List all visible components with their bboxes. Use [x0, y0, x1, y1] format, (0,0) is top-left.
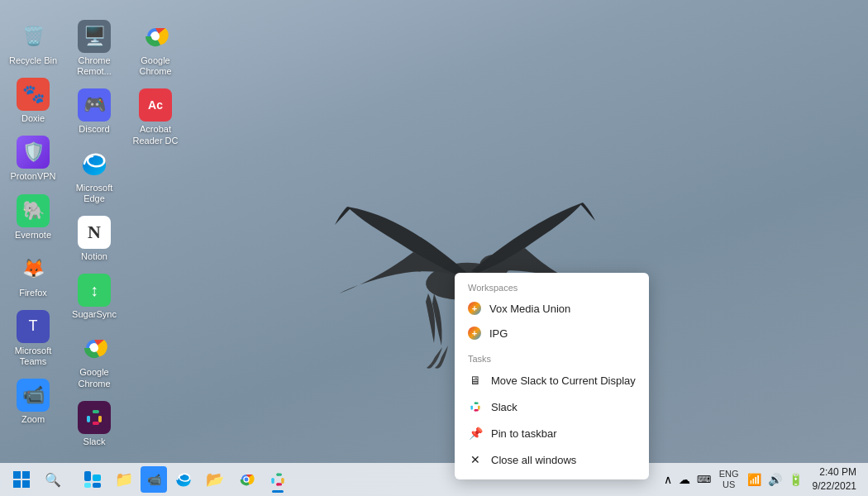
- svg-point-18: [151, 32, 160, 41]
- edge-icon: [78, 147, 111, 180]
- svg-point-14: [93, 422, 96, 425]
- svg-point-38: [245, 478, 249, 482]
- tray-keyboard[interactable]: ⌨: [695, 474, 713, 485]
- close-windows-item[interactable]: ✕ Close all windows: [455, 446, 649, 473]
- tray-chevron[interactable]: ∧: [662, 473, 674, 486]
- svg-rect-32: [93, 475, 101, 481]
- svg-point-45: [281, 478, 284, 480]
- taskbar: 🔍 📁 📹 📂: [0, 463, 868, 496]
- taskbar-app-zoom[interactable]: 📹: [141, 466, 167, 493]
- slack-label: Slack: [83, 436, 106, 447]
- taskbar-app-widgets[interactable]: [78, 465, 107, 494]
- edge-label: Microsoft Edge: [67, 183, 122, 204]
- chrome-remote-label: Chrome Remot...: [67, 55, 122, 77]
- sugarsync-label: SugarSync: [72, 309, 117, 320]
- clock-date: 9/22/2021: [813, 479, 856, 494]
- svg-point-24: [475, 402, 476, 403]
- svg-rect-31: [84, 471, 91, 481]
- region-text: US: [719, 479, 739, 490]
- firefox-icon: 🦊: [17, 252, 50, 285]
- evernote-label: Evernote: [15, 230, 51, 241]
- svg-point-43: [271, 478, 274, 480]
- doxie-icon: 🐾: [17, 78, 50, 111]
- pin-taskbar-item[interactable]: 📌 Pin to taskbar: [455, 420, 649, 446]
- workspace-vox-media[interactable]: + Vox Media Union: [455, 296, 649, 321]
- desktop-icon-teams[interactable]: T Microsoft Teams: [4, 307, 62, 370]
- taskbar-start-area: 🔍: [0, 463, 74, 496]
- svg-point-11: [87, 416, 90, 419]
- tray-onedrive[interactable]: ☁: [677, 473, 692, 486]
- desktop-icon-firefox[interactable]: 🦊 Firefox: [4, 249, 62, 302]
- doxie-label: Doxie: [21, 113, 45, 124]
- svg-rect-27: [13, 471, 21, 479]
- svg-point-6: [90, 344, 98, 352]
- notion-icon: N: [78, 216, 111, 249]
- vox-media-label: Vox Media Union: [489, 303, 570, 315]
- desktop-icon-sugarsync[interactable]: ↕ SugarSync: [65, 270, 123, 323]
- workspace-ipg[interactable]: + IPG: [455, 321, 649, 346]
- monitor-icon: 🖥: [468, 373, 483, 388]
- taskbar-apps: 📁 📹 📂: [74, 463, 296, 496]
- svg-rect-34: [93, 483, 101, 488]
- recycle-bin-icon: 🗑️: [17, 20, 50, 53]
- chrome-remote-icon: 🖥️: [78, 20, 111, 53]
- sugarsync-icon: ↕: [78, 274, 111, 307]
- svg-rect-29: [13, 480, 21, 488]
- taskbar-app-files[interactable]: 📂: [200, 465, 230, 494]
- svg-point-12: [93, 410, 96, 413]
- desktop-icon-google-chrome-2[interactable]: Google Chrome: [126, 17, 184, 80]
- language-indicator[interactable]: ENG US: [716, 469, 742, 490]
- evernote-icon: 🐘: [17, 194, 50, 227]
- move-slack-item[interactable]: 🖥 Move Slack to Current Display: [455, 367, 649, 393]
- taskbar-clock[interactable]: 2:40 PM 9/22/2021: [808, 464, 861, 495]
- desktop-icon-notion[interactable]: N Notion: [65, 212, 123, 265]
- desktop-icon-recycle-bin[interactable]: 🗑️ Recycle Bin: [4, 17, 62, 69]
- desktop-icon-slack[interactable]: Slack: [65, 398, 123, 451]
- desktop-icon-acrobat[interactable]: Ac Acrobat Reader DC: [126, 85, 184, 149]
- desktop-icon-discord[interactable]: 🎮 Discord: [65, 85, 123, 138]
- svg-point-23: [470, 406, 472, 408]
- desktop: 🗑️ Recycle Bin 🐾 Doxie 🛡️ ProtonVPN 🐘 Ev…: [0, 0, 868, 496]
- slack-context-item[interactable]: Slack: [455, 393, 649, 420]
- svg-point-25: [478, 406, 479, 408]
- lang-text: ENG: [719, 469, 739, 479]
- desktop-icon-evernote[interactable]: 🐘 Evernote: [4, 191, 62, 244]
- taskbar-app-slack[interactable]: [263, 465, 293, 494]
- discord-label: Discord: [79, 124, 109, 135]
- google-chrome-2-label: Google Chrome: [128, 55, 183, 77]
- google-chrome-1-icon: [78, 331, 111, 365]
- svg-rect-33: [84, 483, 91, 488]
- desktop-icon-chrome-remote[interactable]: 🖥️ Chrome Remot...: [65, 17, 123, 80]
- google-chrome-1-label: Google Chrome: [67, 367, 122, 389]
- start-button[interactable]: [7, 465, 36, 494]
- taskbar-app-file-explorer[interactable]: 📁: [109, 465, 139, 494]
- desktop-icon-google-chrome-1[interactable]: Google Chrome: [65, 328, 123, 392]
- tasks-label: Tasks: [455, 351, 649, 367]
- close-icon: ✕: [468, 452, 483, 467]
- taskbar-app-chrome[interactable]: [231, 465, 261, 494]
- desktop-icon-doxie[interactable]: 🐾 Doxie: [4, 74, 62, 127]
- protonvpn-icon: 🛡️: [17, 136, 50, 169]
- move-slack-label: Move Slack to Current Display: [491, 374, 636, 387]
- desktop-icon-edge[interactable]: Microsoft Edge: [65, 144, 123, 207]
- pin-icon: 📌: [468, 426, 483, 441]
- svg-point-26: [475, 409, 476, 411]
- taskbar-app-edge[interactable]: [169, 465, 198, 494]
- google-chrome-2-icon: [139, 20, 172, 53]
- tray-wifi[interactable]: 📶: [746, 473, 763, 486]
- search-button[interactable]: 🔍: [38, 465, 68, 494]
- taskbar-right: ∧ ☁ ⌨ ENG US 📶 🔊 🔋 2:40 PM 9/22/2021: [656, 463, 868, 496]
- pin-taskbar-label: Pin to taskbar: [491, 427, 557, 440]
- svg-rect-28: [22, 471, 30, 479]
- protonvpn-label: ProtonVPN: [10, 171, 55, 182]
- desktop-icon-zoom[interactable]: 📹 Zoom: [4, 375, 62, 428]
- desktop-icons-container: 🗑️ Recycle Bin 🐾 Doxie 🛡️ ProtonVPN 🐘 Ev…: [0, 8, 182, 471]
- acrobat-icon: Ac: [139, 88, 172, 122]
- svg-point-46: [276, 483, 279, 485]
- ipg-label: IPG: [489, 327, 508, 340]
- desktop-icon-protonvpn[interactable]: 🛡️ ProtonVPN: [4, 132, 62, 185]
- tray-volume[interactable]: 🔊: [766, 473, 784, 486]
- tray-battery[interactable]: 🔋: [787, 473, 804, 486]
- context-menu: Workspaces + Vox Media Union + IPG Tasks…: [455, 273, 649, 479]
- workspaces-label: Workspaces: [455, 279, 649, 296]
